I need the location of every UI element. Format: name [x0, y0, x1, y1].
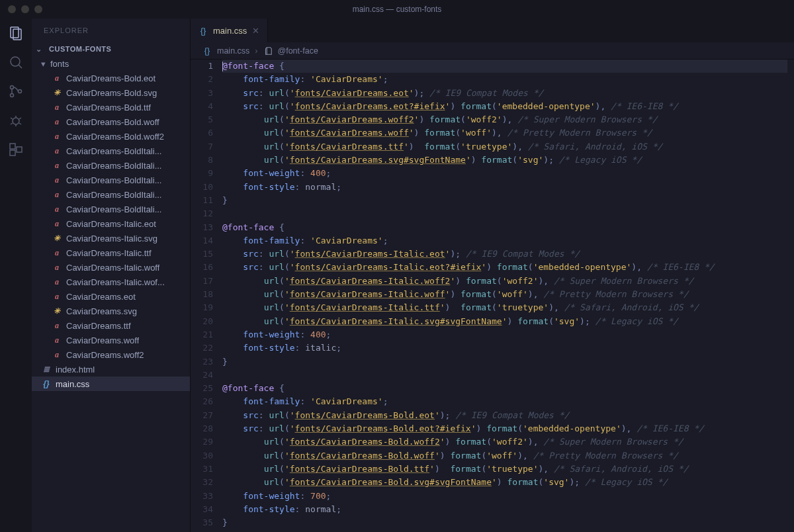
code-line[interactable]: font-weight: 400; — [222, 167, 787, 180]
html-file-icon: ≣ — [41, 364, 52, 375]
code-line[interactable]: font-weight: 700; — [222, 490, 787, 503]
file-item[interactable]: ✳CaviarDreams.svg — [32, 304, 190, 318]
code-line[interactable]: } — [222, 355, 787, 369]
file-item[interactable]: aCaviarDreams-BoldItali... — [32, 187, 190, 202]
code-line[interactable]: src: url('fonts/CaviarDreams-Bold.eot');… — [222, 409, 787, 422]
svg-rect-9 — [10, 150, 15, 155]
chevron-down-icon: ⌄ — [36, 45, 44, 54]
svg-rect-8 — [10, 144, 15, 149]
font-file-icon: a — [52, 291, 62, 302]
code-line[interactable] — [222, 369, 787, 382]
file-label: CaviarDreams-BoldItali... — [66, 175, 162, 185]
file-item[interactable]: aCaviarDreams.ttf — [32, 318, 190, 333]
maximize-window-icon[interactable] — [34, 5, 42, 13]
file-item[interactable]: ✳CaviarDreams-Italic.svg — [32, 231, 190, 245]
folder-label: fonts — [50, 59, 69, 69]
file-item[interactable]: aCaviarDreams.eot — [32, 289, 190, 304]
code-line[interactable]: url('fonts/CaviarDreams-Bold.woff2') for… — [222, 435, 787, 449]
workspace-root[interactable]: ⌄ CUSTOM-FONTS — [32, 42, 190, 56]
extensions-icon[interactable] — [8, 142, 24, 157]
explorer-heading: EXPLORER — [32, 19, 190, 42]
code-line[interactable]: @font-face { — [222, 60, 787, 73]
file-item[interactable]: aCaviarDreams-Italic.woff — [32, 260, 190, 275]
code-line[interactable]: src: url('fonts/CaviarDreams-Italic.eot'… — [222, 247, 787, 261]
tab-main-css[interactable]: {} main.css ✕ — [191, 19, 268, 42]
code-line[interactable]: font-style: normal; — [222, 181, 787, 194]
code-line[interactable]: url('fonts/CaviarDreams.svg#svgFontName'… — [222, 154, 787, 167]
file-item[interactable]: aCaviarDreams-Italic.eot — [32, 216, 190, 231]
file-label: CaviarDreams-BoldItali... — [66, 190, 162, 200]
source-control-icon[interactable] — [8, 83, 24, 99]
file-label: CaviarDreams.woff — [66, 335, 139, 345]
close-window-icon[interactable] — [8, 5, 16, 13]
code-line[interactable]: url('fonts/CaviarDreams-Italic.woff') fo… — [222, 288, 787, 301]
file-label: CaviarDreams-Italic.woff — [66, 263, 159, 273]
chevron-right-icon: › — [255, 46, 257, 56]
code-line[interactable]: url('fonts/CaviarDreams.woff') format('w… — [222, 126, 787, 140]
explorer-icon[interactable] — [8, 25, 24, 41]
code-body[interactable]: @font-face { font-family: 'CaviarDreams'… — [222, 60, 794, 532]
code-line[interactable] — [222, 207, 787, 220]
code-line[interactable]: url('fonts/CaviarDreams-Bold.woff') form… — [222, 449, 787, 463]
code-line[interactable]: font-weight: 400; — [222, 328, 787, 341]
folder-fonts[interactable]: ▾ fonts — [32, 56, 190, 71]
code-line[interactable]: font-family: 'CaviarDreams'; — [222, 234, 787, 247]
file-item[interactable]: aCaviarDreams-Bold.eot — [32, 71, 190, 85]
file-item[interactable]: aCaviarDreams-Bold.woff — [32, 114, 190, 129]
code-line[interactable]: url('fonts/CaviarDreams-Bold.ttf') forma… — [222, 463, 787, 476]
code-line[interactable]: font-family: 'CaviarDreams'; — [222, 73, 787, 86]
file-item[interactable]: aCaviarDreams-BoldItali... — [32, 173, 190, 187]
file-label: CaviarDreams-Bold.woff — [66, 117, 159, 127]
code-line[interactable]: src: url('fonts/CaviarDreams.eot'); /* I… — [222, 87, 787, 100]
font-file-icon: a — [52, 175, 62, 185]
window-titlebar: main.css — custom-fonts — [0, 0, 794, 19]
file-item[interactable]: aCaviarDreams-Bold.ttf — [32, 100, 190, 114]
code-line[interactable]: @font-face { — [222, 221, 787, 234]
file-item[interactable]: aCaviarDreams-BoldItali... — [32, 202, 190, 216]
workspace-root-label: CUSTOM-FONTS — [49, 45, 111, 53]
code-line[interactable]: src: url('fonts/CaviarDreams-Italic.eot?… — [222, 261, 787, 274]
file-label: CaviarDreams-Bold.ttf — [66, 103, 151, 112]
font-file-icon: a — [52, 335, 62, 345]
code-line[interactable]: font-style: normal; — [222, 503, 787, 516]
debug-icon[interactable] — [8, 112, 24, 128]
file-item[interactable]: aCaviarDreams-BoldItali... — [32, 144, 190, 158]
code-line[interactable]: @font-face { — [222, 382, 787, 395]
file-label: CaviarDreams.eot — [66, 292, 136, 302]
breadcrumb-file[interactable]: main.css — [217, 46, 249, 56]
code-editor[interactable]: 1234567891011121314151617181920212223242… — [191, 60, 794, 532]
font-file-icon: a — [52, 160, 62, 171]
close-icon[interactable]: ✕ — [252, 26, 259, 36]
file-item[interactable]: ≣index.html — [32, 362, 190, 377]
breadcrumb-rule[interactable]: @font-face — [278, 46, 318, 56]
file-item[interactable]: {}main.css — [32, 377, 190, 391]
code-line[interactable]: font-style: italic; — [222, 341, 787, 355]
file-item[interactable]: aCaviarDreams-BoldItali... — [32, 158, 190, 173]
file-label: index.html — [56, 365, 95, 375]
file-item[interactable]: aCaviarDreams-Italic.ttf — [32, 245, 190, 260]
breadcrumbs[interactable]: {} main.css › @font-face — [191, 42, 794, 60]
code-line[interactable]: url('fonts/CaviarDreams-Italic.svg#svgFo… — [222, 315, 787, 328]
search-icon[interactable] — [8, 54, 24, 70]
minimize-window-icon[interactable] — [21, 5, 29, 13]
file-item[interactable]: ✳CaviarDreams-Bold.svg — [32, 85, 190, 100]
font-file-icon: a — [52, 218, 62, 229]
file-item[interactable]: aCaviarDreams.woff2 — [32, 347, 190, 362]
code-line[interactable]: src: url('fonts/CaviarDreams-Bold.eot?#i… — [222, 422, 787, 435]
code-line[interactable]: url('fonts/CaviarDreams-Bold.svg#svgFont… — [222, 476, 787, 489]
code-line[interactable]: font-family: 'CaviarDreams'; — [222, 395, 787, 408]
svg-rect-10 — [17, 147, 22, 152]
code-line[interactable]: } — [222, 516, 787, 529]
tab-label: main.css — [213, 26, 247, 36]
window-controls[interactable] — [0, 5, 42, 13]
code-line[interactable]: url('fonts/CaviarDreams.woff2') format('… — [222, 113, 787, 126]
file-item[interactable]: aCaviarDreams-Bold.woff2 — [32, 129, 190, 144]
code-line[interactable]: } — [222, 194, 787, 207]
code-line[interactable]: url('fonts/CaviarDreams-Italic.ttf') for… — [222, 301, 787, 314]
code-line[interactable]: url('fonts/CaviarDreams.ttf') format('tr… — [222, 140, 787, 154]
svg-point-5 — [11, 94, 14, 97]
code-line[interactable]: src: url('fonts/CaviarDreams.eot?#iefix'… — [222, 100, 787, 113]
file-item[interactable]: aCaviarDreams-Italic.wof... — [32, 275, 190, 289]
code-line[interactable]: url('fonts/CaviarDreams-Italic.woff2') f… — [222, 275, 787, 288]
file-item[interactable]: aCaviarDreams.woff — [32, 333, 190, 347]
